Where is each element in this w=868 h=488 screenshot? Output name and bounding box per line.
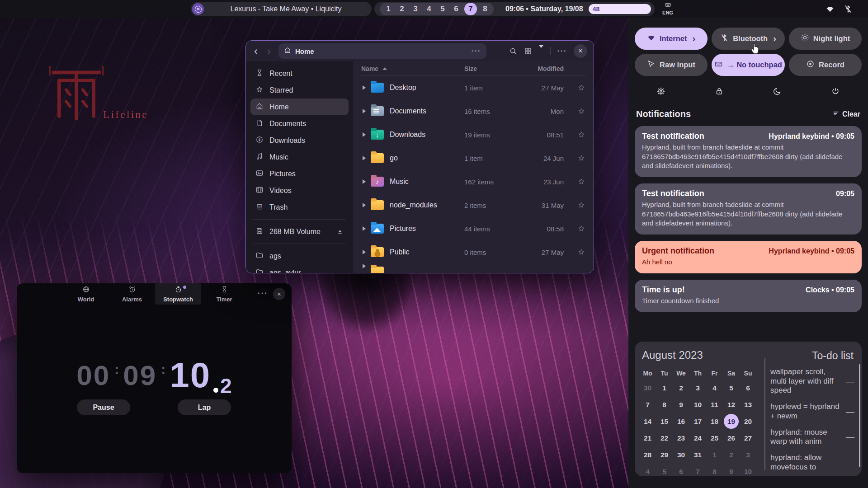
quick-toggle-night-light[interactable]: Night light › xyxy=(789,28,862,50)
calendar-day[interactable]: 8 xyxy=(656,396,673,413)
workspace-1[interactable]: 1 xyxy=(384,3,392,15)
calendar-day[interactable]: 22 xyxy=(656,430,673,446)
sidebar-item-home[interactable]: Home xyxy=(250,99,349,115)
calendar-day[interactable]: 24 xyxy=(689,430,706,446)
calendar-day[interactable]: 5 xyxy=(723,380,740,396)
calendar-day[interactable]: 6 xyxy=(673,463,689,476)
calendar-day[interactable]: 30 xyxy=(639,380,656,396)
quick-toggle-internet[interactable]: Internet › xyxy=(635,28,708,50)
calendar-day[interactable]: 1 xyxy=(656,380,673,396)
table-row-Music[interactable]: Music 162 items 23 Jun xyxy=(361,170,585,193)
calendar-day[interactable]: 29 xyxy=(656,446,673,463)
expand-icon[interactable] xyxy=(363,179,366,184)
sidebar-item-ags_aylur[interactable]: ags_aylur xyxy=(250,264,349,273)
workspace-2[interactable]: 2 xyxy=(398,3,406,15)
calendar-day[interactable]: 7 xyxy=(689,463,706,476)
calendar-day[interactable]: 10 xyxy=(740,463,756,476)
table-row-node_modules[interactable]: node_modules 2 items 31 May xyxy=(361,193,585,217)
pause-icon[interactable] xyxy=(192,3,204,15)
calendar-day[interactable]: 26 xyxy=(723,430,740,446)
calendar-day[interactable]: 10 xyxy=(689,396,706,413)
power-icon[interactable] xyxy=(831,87,840,97)
quick-toggle-raw-input[interactable]: Raw input › xyxy=(635,54,708,76)
column-size[interactable]: Size xyxy=(464,65,518,72)
calendar-day[interactable]: 17 xyxy=(689,413,706,430)
expand-icon[interactable] xyxy=(363,250,366,254)
star-icon[interactable] xyxy=(564,131,585,139)
tab-world[interactable]: World xyxy=(63,283,109,305)
lap-button[interactable]: Lap xyxy=(178,399,231,415)
music-player-pill[interactable]: Lexurus - Take Me Away • Liquicity xyxy=(191,2,372,16)
star-icon[interactable] xyxy=(564,178,585,186)
sidebar-item-documents[interactable]: Documents xyxy=(250,115,349,132)
table-row-Public[interactable]: Public 0 items 27 May xyxy=(361,240,585,264)
sidebar-item-pictures[interactable]: Pictures xyxy=(250,165,349,182)
calendar-day[interactable]: 3 xyxy=(689,380,706,396)
workspace-7[interactable]: 7 xyxy=(464,3,477,15)
calendar-day[interactable]: 15 xyxy=(656,413,673,430)
calendar-day[interactable]: 19 xyxy=(724,414,739,429)
tab-stopwatch[interactable]: Stopwatch xyxy=(155,283,201,305)
table-row-Desktop[interactable]: Desktop 1 item 27 May xyxy=(361,76,585,99)
star-icon[interactable] xyxy=(564,248,585,256)
wifi-icon[interactable] xyxy=(826,5,835,14)
calendar-day[interactable]: 7 xyxy=(639,396,656,413)
back-button[interactable]: ‹ xyxy=(252,46,259,56)
calendar-day[interactable]: 30 xyxy=(673,446,689,463)
column-name[interactable]: Name xyxy=(361,65,464,72)
notification-card[interactable]: Test notification Hyprland keybind • 09:… xyxy=(635,126,862,177)
grid-icon[interactable] xyxy=(524,47,532,55)
column-modified[interactable]: Modified xyxy=(518,65,564,72)
sidebar-item-music[interactable]: Music xyxy=(250,149,349,165)
calendar-day[interactable]: 20 xyxy=(740,413,756,430)
expand-icon[interactable] xyxy=(363,203,366,207)
menu-button[interactable]: ··· xyxy=(557,47,567,56)
todo-remove-button[interactable]: — xyxy=(845,432,855,442)
clock-pill[interactable]: 09:06 • Saturday, 19/08 48 xyxy=(497,2,655,16)
path-menu-icon[interactable]: ··· xyxy=(472,47,481,56)
sidebar-item-ags[interactable]: ags xyxy=(250,248,349,264)
pause-button[interactable]: Pause xyxy=(77,399,130,415)
lock-icon[interactable] xyxy=(715,87,724,97)
search-icon[interactable] xyxy=(509,47,517,55)
calendar-day[interactable]: 2 xyxy=(723,446,740,463)
table-row-go[interactable]: go 1 item 24 Jun xyxy=(361,146,585,170)
sidebar-item-starred[interactable]: Starred xyxy=(250,82,349,99)
calendar-day[interactable]: 25 xyxy=(706,430,723,446)
keyboard-layout-indicator[interactable]: ENG xyxy=(656,1,679,15)
calendar-day[interactable]: 31 xyxy=(689,446,706,463)
calendar-day[interactable]: 2 xyxy=(673,380,689,396)
notification-card[interactable]: Test notification 09:05 Hyprland, built … xyxy=(635,183,862,235)
workspace-5[interactable]: 5 xyxy=(439,3,447,15)
table-row-Pictures[interactable]: Pictures 44 items 08:58 xyxy=(361,217,585,240)
sidebar-item-recent[interactable]: Recent xyxy=(250,65,349,82)
calendar-day[interactable]: 11 xyxy=(706,396,723,413)
calendar-day[interactable]: 21 xyxy=(639,430,656,446)
close-button[interactable]: × xyxy=(574,44,587,58)
view-options-caret[interactable] xyxy=(539,48,543,55)
quick-toggle-record[interactable]: Record › xyxy=(789,54,862,76)
calendar-day[interactable]: 1 xyxy=(706,446,723,463)
clear-notifications-button[interactable]: Clear xyxy=(832,110,860,119)
clock-close-button[interactable]: × xyxy=(273,288,285,300)
calendar-day[interactable]: 23 xyxy=(673,430,689,446)
forward-button[interactable]: › xyxy=(265,46,273,56)
eject-icon[interactable] xyxy=(336,228,344,235)
sidebar-item-volume[interactable]: 268 MB Volume xyxy=(250,223,349,240)
calendar-day[interactable]: 9 xyxy=(673,396,689,413)
workspace-6[interactable]: 6 xyxy=(452,3,460,15)
tab-timer[interactable]: Timer xyxy=(201,283,247,305)
notification-card[interactable]: Time is up! Clocks • 09:05 Timer countdo… xyxy=(635,280,862,312)
table-row-Documents[interactable]: Documents 16 items Mon xyxy=(361,99,585,123)
calendar-day[interactable]: 3 xyxy=(740,446,756,463)
calendar-day[interactable]: 13 xyxy=(740,396,756,413)
calendar-day[interactable]: 12 xyxy=(723,396,740,413)
star-icon[interactable] xyxy=(564,154,585,162)
expand-icon[interactable] xyxy=(363,156,366,160)
sidebar-item-downloads[interactable]: Downloads xyxy=(250,132,349,149)
expand-icon[interactable] xyxy=(363,109,366,113)
expand-icon[interactable] xyxy=(363,85,366,90)
star-icon[interactable] xyxy=(564,201,585,209)
sidebar-item-videos[interactable]: Videos xyxy=(250,182,349,199)
calendar-day[interactable]: 9 xyxy=(723,463,740,476)
